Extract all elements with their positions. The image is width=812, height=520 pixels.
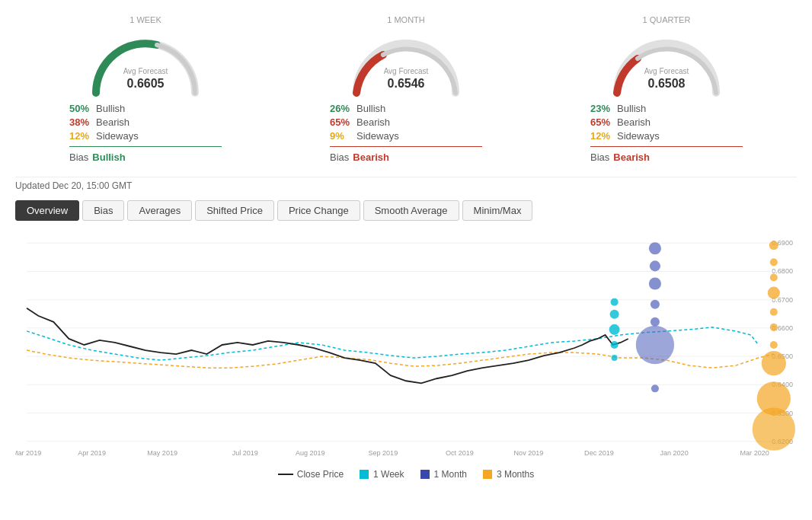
svg-text:0.6546: 0.6546 [388,77,425,90]
svg-text:Oct 2019: Oct 2019 [446,449,474,457]
svg-point-33 [651,384,659,392]
tabs-row: Overview Bias Averages Shifted Price Pri… [15,200,797,221]
svg-point-36 [770,273,778,281]
legend-1week: 1 Week [359,469,404,480]
svg-point-28 [650,260,660,271]
tab-overview[interactable]: Overview [15,200,79,221]
chart-container: 0.6900 0.6800 0.6700 0.6600 0.6500 0.640… [15,228,797,464]
tab-minim-max[interactable]: Minim/Max [462,200,533,221]
svg-point-29 [649,277,661,289]
stats-1month: 26% Bullish 65% Bearish 9% Sideways Bias… [330,103,482,163]
bearish-label-1month: Bearish [356,116,390,128]
gauge-period-1quarter: 1 QUARTER [560,15,773,24]
bias-row-1month: Bias Bearish [330,152,482,163]
svg-point-31 [651,317,660,327]
svg-point-26 [612,355,618,361]
legend-close-price: Close Price [278,469,344,480]
bias-value-1quarter: Bearish [613,152,650,163]
bias-value-1month: Bearish [353,152,389,163]
gauge-panel-1week: 1 WEEK Avg Forecast 0.6605 50% Bull [39,15,252,167]
svg-point-23 [610,310,619,319]
svg-text:Sep 2019: Sep 2019 [368,449,398,457]
svg-point-37 [768,287,780,299]
bearish-pct-1month: 65% [330,116,356,128]
svg-rect-58 [483,470,492,479]
svg-text:Nov 2019: Nov 2019 [514,449,544,457]
stats-1week: 50% Bullish 38% Bearish 12% Sideways Bia… [69,103,222,163]
tab-shifted-price[interactable]: Shifted Price [195,200,274,221]
svg-text:May 2019: May 2019 [147,449,177,457]
svg-text:0.6508: 0.6508 [648,77,686,90]
bullish-pct-1month: 26% [330,103,356,114]
divider-1month [330,146,482,147]
sideways-pct-1quarter: 12% [590,130,617,142]
stats-1quarter: 23% Bullish 65% Bearish 12% Sideways Bia… [590,103,743,163]
svg-point-39 [770,324,778,331]
sideways-label-1week: Sideways [96,130,139,142]
svg-text:Jul 2019: Jul 2019 [232,449,258,457]
bearish-label-1week: Bearish [96,116,129,128]
svg-text:Dec 2019: Dec 2019 [584,449,614,457]
bias-value-1week: Bullish [92,152,125,163]
svg-rect-56 [360,470,369,479]
bias-row-1week: Bias Bullish [69,152,222,163]
bullish-label-1quarter: Bullish [617,103,646,114]
gauge-panel-1month: 1 MONTH Avg Forecast 0.6546 26% Bullish [299,15,513,167]
bearish-pct-1week: 38% [69,116,96,128]
gauges-row: 1 WEEK Avg Forecast 0.6605 50% Bull [15,8,797,171]
sideways-pct-1week: 12% [69,130,96,142]
svg-text:Mar 2019: Mar 2019 [15,449,41,457]
main-chart: 0.6900 0.6800 0.6700 0.6600 0.6500 0.640… [15,228,797,464]
bullish-label-1month: Bullish [356,103,385,114]
sideways-pct-1month: 9% [330,130,356,142]
svg-text:Apr 2019: Apr 2019 [78,449,106,457]
sideways-label-1quarter: Sideways [617,130,660,142]
tab-bias[interactable]: Bias [82,200,124,221]
gauge-panel-1quarter: 1 QUARTER Avg Forecast 0.6508 23% Bullis… [560,15,773,167]
divider-1week [69,146,222,147]
updated-timestamp: Updated Dec 20, 15:00 GMT [15,177,797,191]
legend-label-3months: 3 Months [497,469,534,480]
svg-point-41 [762,351,786,375]
svg-text:Avg Forecast: Avg Forecast [384,67,429,75]
gauge-arc-1week: Avg Forecast 0.6605 [85,28,206,97]
svg-text:Aug 2019: Aug 2019 [296,449,325,457]
tab-averages[interactable]: Averages [127,200,192,221]
svg-point-32 [636,326,674,364]
svg-point-43 [753,407,795,450]
svg-text:Jan 2020: Jan 2020 [660,449,688,457]
legend-label-close: Close Price [297,469,344,480]
svg-point-22 [611,298,619,306]
svg-rect-57 [420,470,430,479]
bullish-pct-1week: 50% [69,103,96,114]
svg-text:Avg Forecast: Avg Forecast [123,67,168,75]
tab-price-change[interactable]: Price Change [277,200,360,221]
bearish-pct-1quarter: 65% [590,116,617,128]
main-container: 1 WEEK Avg Forecast 0.6605 50% Bull [0,0,812,520]
divider-1quarter [590,146,743,147]
gauge-arc-1quarter: Avg Forecast 0.6508 [606,28,727,97]
gauge-arc-1month: Avg Forecast 0.6546 [345,28,467,97]
bullish-label-1week: Bullish [96,103,125,114]
sideways-label-1month: Sideways [356,130,399,142]
legend-3months: 3 Months [482,469,534,480]
chart-legend: Close Price 1 Week 1 Month 3 Months [15,469,797,480]
bullish-pct-1quarter: 23% [590,103,617,114]
bearish-label-1quarter: Bearish [617,116,651,128]
svg-point-30 [651,300,660,309]
svg-point-38 [770,308,778,316]
legend-label-1week: 1 Week [373,469,404,480]
svg-text:Mar 2020: Mar 2020 [740,449,769,457]
gauge-period-1month: 1 MONTH [299,15,513,24]
svg-point-27 [649,242,661,254]
gauge-period-1week: 1 WEEK [39,15,252,24]
svg-point-40 [770,341,778,349]
tab-smooth-average[interactable]: Smooth Average [363,200,459,221]
svg-text:0.6605: 0.6605 [127,77,165,90]
svg-point-25 [611,341,619,349]
svg-text:Avg Forecast: Avg Forecast [644,67,689,75]
svg-point-34 [769,241,778,250]
legend-1month: 1 Month [420,469,467,480]
legend-label-1month: 1 Month [434,469,467,480]
svg-point-35 [770,258,778,266]
